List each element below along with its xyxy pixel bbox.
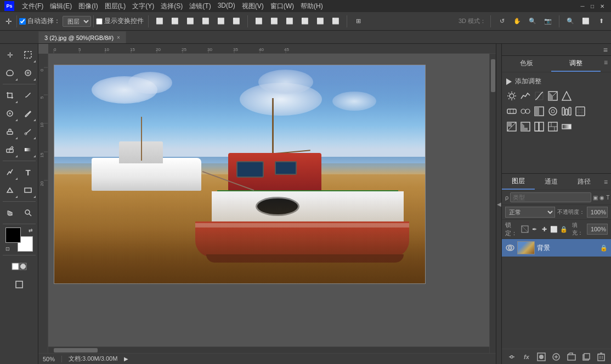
channels-tab[interactable]: 通道	[535, 174, 568, 189]
exposure-adj-icon[interactable]	[546, 89, 559, 103]
window-restore[interactable]: □	[588, 2, 597, 10]
spot-healing-tool[interactable]	[1, 105, 19, 122]
hand-tool[interactable]	[1, 204, 19, 221]
share-btn[interactable]: ⬆	[595, 15, 608, 28]
levels-adj-icon[interactable]	[519, 89, 532, 103]
search-btn[interactable]: 🔍	[564, 15, 577, 28]
distribute-right-btn[interactable]: ⬜	[283, 15, 296, 28]
layer-filter-pixel[interactable]: ▣	[593, 193, 598, 202]
lock-position-btn[interactable]: ✚	[541, 224, 548, 234]
layer-select[interactable]: 图层	[63, 16, 91, 27]
stamp-tool[interactable]	[1, 123, 19, 140]
distribute-center-h-btn[interactable]: ⬜	[268, 15, 281, 28]
layers-tab[interactable]: 图层	[502, 174, 535, 190]
gradient-tool[interactable]	[19, 141, 37, 158]
distribute-center-v-btn[interactable]: ⬜	[314, 15, 327, 28]
menu-file[interactable]: 文件(F)	[19, 1, 47, 12]
quick-mask-btn[interactable]	[10, 258, 28, 275]
adjustments-tab[interactable]: 调整	[551, 56, 601, 72]
posterize-adj-icon[interactable]	[519, 120, 532, 133]
layer-item-background[interactable]: 背景 🔒	[502, 239, 611, 257]
gradientmap-adj-icon[interactable]	[560, 120, 573, 133]
h-scroll-thumb[interactable]	[54, 348, 98, 352]
foreground-color-swatch[interactable]	[5, 228, 21, 243]
blackwhite-adj-icon[interactable]	[533, 105, 546, 118]
menu-edit[interactable]: 编辑(E)	[47, 1, 75, 12]
tab-close-btn[interactable]: ×	[117, 35, 120, 41]
zoom-3d-btn[interactable]: 🔍	[526, 15, 539, 28]
layer-filter-text[interactable]: T	[606, 193, 609, 202]
vibrance-adj-icon[interactable]	[560, 89, 573, 103]
show-transform-checkbox[interactable]	[96, 18, 103, 25]
lock-all-btn[interactable]: 🔒	[560, 224, 568, 234]
panel-collapse-handle[interactable]: ◀	[496, 44, 501, 364]
layer-visibility-eye[interactable]	[505, 243, 515, 253]
eraser-tool[interactable]	[1, 141, 19, 158]
new-fill-adj-btn[interactable]	[550, 351, 562, 363]
curves-adj-icon[interactable]	[533, 89, 546, 103]
paths-tab[interactable]: 路径	[568, 174, 601, 189]
lasso-tool[interactable]	[1, 64, 19, 82]
menu-view[interactable]: 视图(V)	[239, 1, 267, 12]
opacity-input[interactable]	[587, 207, 608, 218]
text-tool[interactable]: T	[19, 163, 37, 181]
fill-input[interactable]	[587, 224, 608, 235]
new-layer-btn[interactable]	[580, 351, 592, 363]
window-close[interactable]: ✕	[598, 2, 607, 10]
reset-colors[interactable]: ⊡	[5, 246, 10, 252]
menu-3d[interactable]: 3D(D)	[214, 1, 239, 12]
move-tool[interactable]: ✛	[1, 46, 19, 64]
menu-filter[interactable]: 滤镜(T)	[186, 1, 214, 12]
document-tab[interactable]: 3 (2).jpg @ 50%(RGB/8#) ×	[38, 31, 126, 43]
blend-mode-select[interactable]: 正常	[505, 207, 555, 218]
swap-colors[interactable]: ⇄	[29, 228, 33, 233]
panel-menu-icon[interactable]: ≡	[603, 46, 608, 54]
menu-help[interactable]: 帮助(H)	[297, 1, 326, 12]
menu-image[interactable]: 图像(I)	[75, 1, 101, 12]
align-left-btn[interactable]: ⬜	[153, 15, 166, 28]
swatches-tab[interactable]: 色板	[502, 56, 551, 72]
threshold-adj-icon[interactable]	[533, 120, 546, 133]
align-right-btn[interactable]: ⬜	[184, 15, 197, 28]
lock-transparent-btn[interactable]	[521, 224, 529, 234]
layer-style-btn[interactable]: fx	[521, 351, 533, 363]
adj-panel-menu[interactable]: ≡	[601, 56, 611, 72]
lock-image-btn[interactable]: ✒	[531, 224, 539, 234]
auto-select-checkbox[interactable]	[19, 18, 26, 25]
brightness-adj-icon[interactable]	[505, 89, 518, 103]
colorbalance-adj-icon[interactable]	[519, 105, 532, 118]
channelmixer-adj-icon[interactable]	[560, 105, 573, 118]
align-center-v-btn[interactable]: ⬜	[214, 15, 228, 28]
horizontal-scrollbar[interactable]	[48, 346, 489, 353]
align-bottom-btn[interactable]: ⬜	[230, 15, 243, 28]
invert-adj-icon[interactable]	[505, 120, 518, 133]
selectivecolor-adj-icon[interactable]	[546, 120, 559, 133]
layer-filter-adj[interactable]: ◉	[599, 193, 604, 202]
screen-mode-btn[interactable]	[10, 276, 28, 293]
auto-select-check[interactable]: 自动选择：	[19, 16, 60, 26]
crop-tool[interactable]	[1, 87, 19, 104]
selection-tool[interactable]	[19, 46, 37, 64]
image-canvas[interactable]	[54, 65, 426, 284]
show-transform-check[interactable]: 显示变换控件	[96, 16, 144, 26]
link-layers-btn[interactable]	[506, 351, 518, 363]
layer-type-filter[interactable]	[510, 192, 591, 202]
distribute-left-btn[interactable]: ⬜	[252, 15, 265, 28]
vertical-scrollbar[interactable]	[489, 54, 496, 353]
eyedropper-tool[interactable]	[19, 87, 37, 104]
path-selection-tool[interactable]	[1, 181, 19, 199]
history-brush-tool[interactable]	[19, 123, 37, 140]
distribute-top-btn[interactable]: ⬜	[298, 15, 312, 28]
grid-btn[interactable]: ⊞	[352, 15, 365, 28]
menu-select[interactable]: 选择(S)	[157, 1, 186, 12]
rotate-3d-btn[interactable]: ↺	[495, 15, 508, 28]
layers-panel-menu[interactable]: ≡	[601, 175, 611, 189]
brush-tool[interactable]	[19, 105, 37, 122]
align-center-h-btn[interactable]: ⬜	[168, 15, 182, 28]
quick-select-tool[interactable]	[19, 64, 37, 82]
layout-btn[interactable]: ⬜	[579, 15, 592, 28]
canvas-scroll[interactable]	[48, 54, 489, 353]
pan-3d-btn[interactable]: ✋	[511, 15, 524, 28]
photofilter-adj-icon[interactable]	[546, 105, 559, 118]
window-minimize[interactable]: ─	[578, 2, 587, 10]
